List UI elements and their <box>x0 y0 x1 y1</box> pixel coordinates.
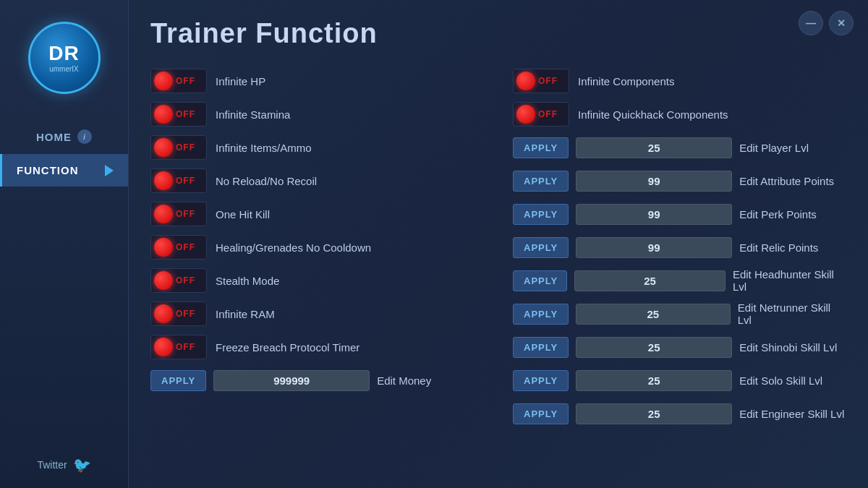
freeze-breach-label: Freeze Breach Protocol Timer <box>216 341 359 354</box>
infinite-stamina-label: Infinite Stamina <box>216 108 290 121</box>
infinite-components-label: Infinite Components <box>578 75 674 87</box>
toggle-row-infinite-hp: OFF Infinite HP <box>150 67 484 95</box>
apply-engineer-button[interactable]: APPLY <box>513 403 569 424</box>
toggle-circle <box>154 304 173 323</box>
apply-row-headhunter-skill: APPLY Edit Headhunter Skill Lvl <box>513 267 846 294</box>
apply-headhunter-button[interactable]: APPLY <box>513 270 567 291</box>
info-icon[interactable]: i <box>77 129 92 144</box>
toggle-circle <box>154 171 173 190</box>
toggle-row-infinite-stamina: OFF Infinite Stamina <box>150 100 484 128</box>
apply-row-edit-money: APPLY Edit Money <box>150 367 484 394</box>
minimize-button[interactable]: — <box>799 11 823 35</box>
home-label: HOME <box>36 131 72 143</box>
headhunter-skill-input[interactable] <box>574 270 726 291</box>
twitter-icon[interactable]: 🐦 <box>73 456 91 474</box>
toggle-circle <box>516 105 535 124</box>
toggle-one-hit-kill[interactable]: OFF <box>150 202 207 226</box>
toggle-row-infinite-ram: OFF Infinite RAM <box>150 300 484 328</box>
toggle-off-label: OFF <box>176 342 201 352</box>
edit-money-label: Edit Money <box>377 374 431 387</box>
toggle-infinite-quickhack[interactable]: OFF <box>513 102 569 127</box>
apply-solo-button[interactable]: APPLY <box>513 370 569 391</box>
edit-engineer-label: Edit Engineer Skill Lvl <box>739 408 844 420</box>
toggle-infinite-ram[interactable]: OFF <box>150 301 207 326</box>
sidebar-item-home[interactable]: HOME i <box>0 119 128 154</box>
sidebar-footer: Twitter 🐦 <box>22 442 105 488</box>
attribute-points-input[interactable] <box>576 171 732 192</box>
function-label: FUNCTION <box>17 164 79 176</box>
apply-money-button[interactable]: APPLY <box>150 370 206 391</box>
toggle-off-label: OFF <box>176 109 201 119</box>
toggle-row-healing: OFF Healing/Grenades No Cooldown <box>150 234 484 261</box>
apply-relic-points-button[interactable]: APPLY <box>513 237 569 258</box>
apply-row-player-lvl: APPLY Edit Player Lvl <box>513 134 846 161</box>
infinite-ram-label: Infinite RAM <box>216 308 275 320</box>
toggle-infinite-items[interactable]: OFF <box>150 135 207 160</box>
shinobi-skill-input[interactable] <box>576 337 732 358</box>
perk-points-input[interactable] <box>576 204 732 225</box>
toggle-off-label: OFF <box>538 76 563 86</box>
toggle-circle <box>154 238 173 257</box>
close-button[interactable]: ✕ <box>829 11 854 35</box>
toggle-row-infinite-quickhack: OFF Infinite Quickhack Components <box>513 100 846 128</box>
toggle-freeze-breach[interactable]: OFF <box>150 335 207 359</box>
toggle-circle <box>516 72 535 90</box>
toggle-infinite-hp[interactable]: OFF <box>150 69 207 93</box>
edit-shinobi-label: Edit Shinobi Skill Lvl <box>739 341 837 354</box>
logo-subtitle: ummerIX <box>49 65 79 73</box>
toggle-row-stealth: OFF Stealth Mode <box>150 267 484 294</box>
stealth-label: Stealth Mode <box>216 275 279 287</box>
apply-row-solo-skill: APPLY Edit Solo Skill Lvl <box>513 367 846 394</box>
right-column: OFF Infinite Components OFF Infinite Qui… <box>513 67 846 427</box>
apply-row-perk-points: APPLY Edit Perk Points <box>513 200 846 228</box>
netrunner-skill-input[interactable] <box>576 304 731 325</box>
content-grid: OFF Infinite HP OFF Infinite Stamina OFF… <box>150 67 846 427</box>
toggle-infinite-components[interactable]: OFF <box>513 69 569 93</box>
one-hit-kill-label: One Hit Kill <box>216 208 270 221</box>
edit-relic-points-label: Edit Relic Points <box>739 241 818 254</box>
toggle-circle <box>154 72 173 90</box>
toggle-off-label: OFF <box>176 76 201 86</box>
sidebar-nav: HOME i FUNCTION <box>0 119 128 187</box>
twitter-label: Twitter <box>37 459 67 471</box>
relic-points-input[interactable] <box>576 237 732 258</box>
toggle-off-label: OFF <box>176 209 201 219</box>
player-lvl-input[interactable] <box>576 137 732 158</box>
left-column: OFF Infinite HP OFF Infinite Stamina OFF… <box>150 67 484 394</box>
main-content: — ✕ Trainer Function OFF Infinite HP OFF <box>129 0 868 488</box>
edit-player-lvl-label: Edit Player Lvl <box>739 142 809 154</box>
sidebar-item-function[interactable]: FUNCTION <box>0 154 128 187</box>
toggle-off-label: OFF <box>538 109 563 119</box>
toggle-row-freeze-breach: OFF Freeze Breach Protocol Timer <box>150 333 484 361</box>
edit-solo-label: Edit Solo Skill Lvl <box>739 374 822 387</box>
solo-skill-input[interactable] <box>576 370 732 391</box>
edit-attribute-points-label: Edit Attribute Points <box>739 175 834 187</box>
toggle-off-label: OFF <box>176 309 201 319</box>
apply-netrunner-button[interactable]: APPLY <box>513 304 569 325</box>
money-value-input[interactable] <box>213 370 370 391</box>
toggle-circle <box>154 138 173 157</box>
toggle-row-infinite-items: OFF Infinite Items/Ammo <box>150 134 484 161</box>
window-controls: — ✕ <box>799 11 854 35</box>
toggle-circle <box>154 105 173 124</box>
toggle-stealth-mode[interactable]: OFF <box>150 268 207 293</box>
apply-shinobi-button[interactable]: APPLY <box>513 337 569 358</box>
logo-letters: DR <box>48 43 79 64</box>
infinite-items-label: Infinite Items/Ammo <box>216 142 312 154</box>
toggle-off-label: OFF <box>176 176 201 186</box>
toggle-circle <box>154 271 173 290</box>
apply-player-lvl-button[interactable]: APPLY <box>513 137 569 158</box>
apply-row-netrunner-skill: APPLY Edit Netrunner Skill Lvl <box>513 300 846 328</box>
engineer-skill-input[interactable] <box>576 403 732 424</box>
toggle-infinite-stamina[interactable]: OFF <box>150 102 207 127</box>
toggle-circle <box>154 205 173 223</box>
apply-perk-points-button[interactable]: APPLY <box>513 204 569 225</box>
infinite-quickhack-label: Infinite Quickhack Components <box>578 108 728 121</box>
apply-row-relic-points: APPLY Edit Relic Points <box>513 234 846 261</box>
toggle-healing-grenades[interactable]: OFF <box>150 235 207 260</box>
edit-headhunter-label: Edit Headhunter Skill Lvl <box>733 268 846 293</box>
toggle-no-reload[interactable]: OFF <box>150 168 207 193</box>
logo: DR ummerIX <box>28 22 101 94</box>
page-title: Trainer Function <box>150 18 846 49</box>
apply-attribute-points-button[interactable]: APPLY <box>513 171 569 192</box>
